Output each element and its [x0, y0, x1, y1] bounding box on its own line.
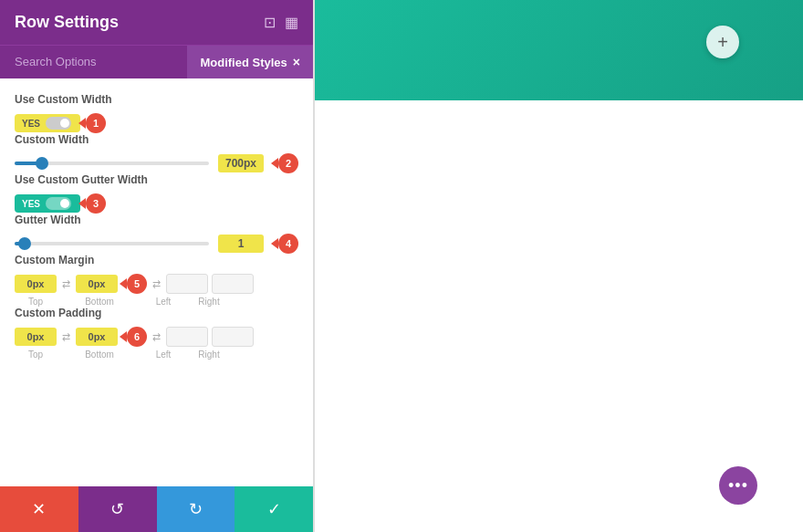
- reset-button[interactable]: ↺: [78, 486, 157, 532]
- save-button[interactable]: ✓: [235, 486, 313, 532]
- panel-content: Use Custom Width YES 1 Custom Width 700p…: [0, 78, 313, 486]
- use-custom-gutter-label: Use Custom Gutter Width: [15, 173, 298, 186]
- toggle-yes-label-2: YES: [22, 199, 40, 209]
- gap-3: [60, 349, 75, 360]
- padding-top-lbl: Top: [15, 349, 57, 360]
- badge-4: 4: [278, 234, 298, 254]
- custom-padding-label: Custom Padding: [15, 307, 298, 319]
- custom-padding-labels: Top Bottom Left Right: [15, 349, 298, 360]
- gap-4: [124, 349, 139, 360]
- gap-2: [124, 297, 139, 307]
- use-custom-width-section: Use Custom Width YES 1: [15, 93, 298, 133]
- expand-icon[interactable]: ⊡: [264, 14, 276, 31]
- toggle-yes-label: YES: [22, 119, 40, 129]
- custom-width-thumb: [36, 157, 48, 170]
- badge-6: 6: [127, 327, 147, 347]
- more-icon: •••: [728, 476, 748, 495]
- custom-width-label: Custom Width: [15, 133, 298, 146]
- bottom-toolbar: ✕ ↺ ↻ ✓: [0, 486, 313, 532]
- modified-styles-label: Modified Styles: [200, 56, 287, 69]
- custom-padding-row: ⇄ 6 ⇄: [15, 327, 298, 347]
- use-custom-width-row: YES 1: [15, 113, 298, 133]
- badge-3: 3: [86, 193, 106, 214]
- custom-width-value[interactable]: 700px: [218, 154, 264, 172]
- use-custom-gutter-section: Use Custom Gutter Width YES 3: [15, 173, 298, 214]
- columns-icon[interactable]: ▦: [285, 14, 298, 31]
- reset-icon: ↺: [110, 499, 124, 519]
- padding-link-icon-2[interactable]: ⇄: [151, 331, 162, 343]
- search-tab-bar: Search Options Modified Styles ×: [0, 45, 313, 78]
- margin-link-icon-2[interactable]: ⇄: [151, 278, 162, 290]
- use-custom-width-toggle[interactable]: YES: [15, 114, 80, 132]
- close-tab-button[interactable]: ×: [293, 55, 300, 69]
- padding-right-field[interactable]: [212, 327, 254, 347]
- redo-icon: ↻: [189, 499, 203, 519]
- custom-width-track[interactable]: [15, 162, 209, 165]
- badge-1: 1: [86, 113, 106, 133]
- margin-bottom-lbl: Bottom: [78, 297, 120, 307]
- custom-margin-row: ⇄ 5 ⇄: [15, 274, 298, 294]
- redo-button[interactable]: ↻: [157, 486, 235, 532]
- padding-bottom-lbl: Bottom: [78, 349, 120, 360]
- toggle-knob-2: [46, 197, 71, 210]
- custom-margin-section: Custom Margin ⇄ 5 ⇄ Top Bottom Left Righ…: [15, 254, 298, 307]
- padding-right-lbl: Right: [188, 349, 230, 360]
- custom-width-row: 700px 2: [15, 153, 298, 173]
- badge-5: 5: [127, 274, 147, 294]
- gutter-width-thumb: [18, 237, 31, 250]
- margin-left-lbl: Left: [142, 297, 184, 307]
- more-options-button[interactable]: •••: [719, 466, 757, 505]
- gutter-width-track[interactable]: [15, 242, 209, 245]
- margin-right-field[interactable]: [212, 274, 254, 294]
- save-icon: ✓: [267, 499, 281, 519]
- use-custom-gutter-row: YES 3: [15, 193, 298, 214]
- margin-top-lbl: Top: [15, 297, 57, 307]
- custom-width-section: Custom Width 700px 2: [15, 133, 298, 173]
- margin-left-field[interactable]: [166, 274, 208, 294]
- use-custom-width-label: Use Custom Width: [15, 93, 298, 106]
- gutter-width-section: Gutter Width 1 4: [15, 214, 298, 254]
- cancel-icon: ✕: [32, 499, 46, 519]
- custom-margin-label: Custom Margin: [15, 254, 298, 266]
- padding-left-lbl: Left: [142, 349, 184, 360]
- padding-top-field[interactable]: [15, 328, 57, 346]
- header-icons: ⊡ ▦: [264, 14, 298, 31]
- toggle-knob-1: [46, 117, 71, 130]
- padding-bottom-field[interactable]: [76, 328, 118, 346]
- canvas-area: + •••: [315, 0, 803, 532]
- add-icon: +: [717, 32, 728, 53]
- search-options[interactable]: Search Options: [0, 46, 187, 78]
- gutter-width-row: 1 4: [15, 234, 298, 254]
- modified-styles-tab[interactable]: Modified Styles ×: [187, 46, 313, 78]
- panel-header: Row Settings ⊡ ▦: [0, 0, 313, 45]
- badge-2: 2: [278, 153, 298, 173]
- use-custom-gutter-toggle[interactable]: YES: [15, 194, 80, 213]
- padding-link-icon-1[interactable]: ⇄: [60, 331, 72, 343]
- add-button[interactable]: +: [706, 26, 739, 58]
- gutter-width-value[interactable]: 1: [218, 235, 264, 253]
- margin-right-lbl: Right: [188, 297, 230, 307]
- margin-bottom-field[interactable]: [76, 275, 118, 293]
- custom-margin-labels: Top Bottom Left Right: [15, 297, 298, 307]
- gutter-width-label: Gutter Width: [15, 214, 298, 226]
- custom-padding-section: Custom Padding ⇄ 6 ⇄ Top Bottom Left Rig…: [15, 307, 298, 360]
- padding-left-field[interactable]: [166, 327, 208, 347]
- settings-panel: Row Settings ⊡ ▦ Search Options Modified…: [0, 0, 315, 532]
- panel-title: Row Settings: [15, 13, 119, 32]
- margin-link-icon-1[interactable]: ⇄: [60, 278, 72, 290]
- gap-1: [60, 297, 75, 307]
- margin-top-field[interactable]: [15, 275, 57, 293]
- cancel-button[interactable]: ✕: [0, 486, 78, 532]
